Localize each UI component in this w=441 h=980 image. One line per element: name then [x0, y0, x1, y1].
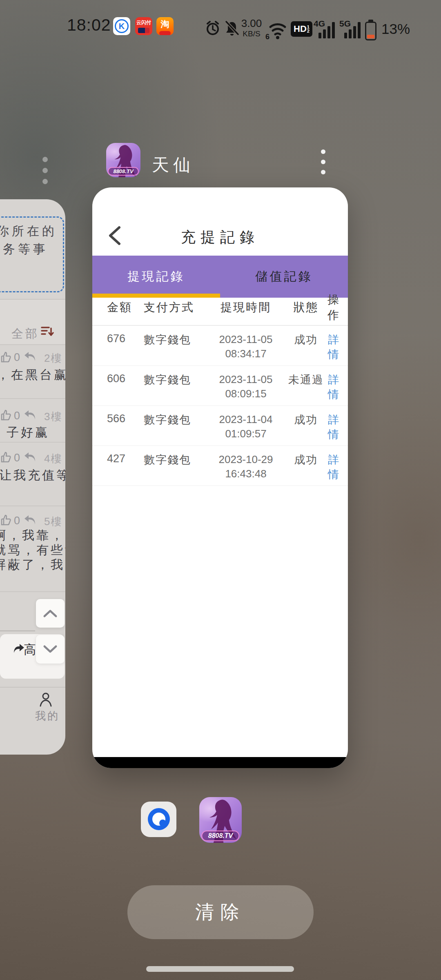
comment-text: ，在黑台赢: [0, 367, 65, 383]
nav-mine-tab[interactable]: 我的: [35, 709, 60, 723]
table-row: 566 數字錢包 2023-11-04 01:09:57 成功 詳情: [92, 406, 348, 446]
thumbs-up-icon: [0, 351, 11, 363]
taobao-notification-icon: 淘: [156, 17, 174, 35]
like-count: 0: [14, 351, 20, 364]
reply-icon[interactable]: [23, 451, 37, 463]
scroll-down-button[interactable]: [36, 635, 65, 664]
k-letter: K: [115, 19, 129, 33]
cell-status: 成功: [285, 406, 327, 445]
page-title: 充提記錄: [92, 227, 348, 247]
cell-method: 數字錢包: [144, 446, 207, 486]
unionpay-emblem: [138, 28, 149, 33]
comment-text: 让我充值等: [0, 467, 65, 484]
quark-browser-app-icon[interactable]: [141, 802, 176, 837]
cell-amount: 566: [107, 406, 144, 445]
notice-line-1: 确保你所在的: [0, 223, 57, 240]
focused-task-card[interactable]: 充提記錄 提現記錄 儲值記錄 金額 支付方式 提現時間 狀態 操作 676 數字…: [92, 187, 348, 768]
cell-time: 2023-11-04 01:09:57: [207, 406, 285, 445]
taobao-character: 淘: [156, 18, 174, 30]
sim1-signal-bars: [318, 22, 335, 38]
wifi-icon: 6: [265, 20, 287, 40]
sim1-signal: 4G: [314, 19, 335, 39]
unionpay-notification-icon: 云闪付: [135, 17, 152, 35]
recents-app-title: 天仙: [152, 154, 194, 176]
floor-label: 4樓: [44, 452, 62, 466]
left-task-card[interactable]: 确保你所在的 持服务等事 全部 0 2樓 ，在黑台赢 0: [0, 199, 65, 755]
share-label[interactable]: 高: [24, 641, 36, 658]
floor-label: 2樓: [44, 351, 62, 365]
like-count: 0: [14, 514, 20, 527]
reply-input-line: [0, 630, 35, 631]
battery-fill: [367, 35, 374, 38]
table-header-row: 金額 支付方式 提現時間 狀態 操作: [92, 290, 348, 326]
floor-label: 5樓: [44, 514, 62, 529]
cell-time: 2023-11-05 08:34:17: [207, 326, 285, 365]
cell-amount: 676: [107, 326, 144, 365]
divider: [0, 591, 65, 592]
k-app-notification-icon: K: [113, 17, 130, 35]
taobao-badge: [159, 31, 171, 35]
notice-dashed-box: 确保你所在的 持服务等事: [0, 216, 64, 292]
quark-logo: [148, 808, 170, 830]
recents-screen: 18:02 K 云闪付 淘 3.00 KB/S: [0, 0, 441, 980]
thumbs-up-icon: [0, 409, 11, 421]
reply-icon[interactable]: [23, 514, 37, 526]
cell-time: 2023-10-29 16:43:48: [207, 446, 285, 486]
sort-icon[interactable]: [41, 325, 54, 338]
divider: [0, 398, 65, 399]
left-card-menu-dots[interactable]: [42, 157, 48, 190]
col-header-method: 支付方式: [144, 300, 207, 315]
sim2-signal-bars: [344, 22, 361, 38]
divider: [0, 344, 65, 345]
hd-label: HD: [294, 24, 307, 34]
cell-status: 成功: [285, 326, 327, 365]
network-speed: 3.00 KB/S: [238, 18, 265, 38]
notifications-muted-bell-icon: [225, 20, 239, 36]
bottom-nav-divider: [0, 687, 65, 688]
card-navigation-black-bar: [92, 757, 348, 768]
thumbs-up-icon: [0, 451, 11, 463]
details-link[interactable]: 詳情: [327, 406, 340, 445]
card-overflow-menu-icon[interactable]: [321, 149, 326, 180]
tianxian-dock-app-icon[interactable]: 8808.TV: [199, 797, 242, 843]
floor-label: 3樓: [44, 410, 62, 424]
unionpay-label: 云闪付: [135, 19, 152, 26]
cell-status: 未通過: [285, 366, 327, 405]
clock-time: 18:02: [67, 16, 111, 35]
share-forward-icon[interactable]: [13, 643, 24, 654]
cell-time: 2023-11-05 08:09:15: [207, 366, 285, 405]
home-indicator[interactable]: [146, 966, 294, 972]
chevron-up-icon: [43, 609, 58, 618]
comment-text: 啊，我靠， 就骂，有些t 屏蔽了，我: [0, 528, 65, 572]
details-link[interactable]: 詳情: [327, 446, 340, 486]
alarm-icon: [205, 20, 220, 36]
comments-filter-bar: 全部: [0, 299, 65, 345]
notice-line-2: 持服务等事: [0, 241, 48, 258]
cell-amount: 606: [107, 366, 144, 405]
reply-icon[interactable]: [23, 409, 37, 421]
app-icon-badge: 8808.TV: [201, 831, 239, 841]
cell-amount: 427: [107, 446, 144, 486]
battery-icon: [365, 20, 376, 39]
table-row: 606 數字錢包 2023-11-05 08:09:15 未通過 詳情: [92, 366, 348, 406]
table-row: 676 數字錢包 2023-11-05 08:34:17 成功 詳情: [92, 326, 348, 366]
cell-method: 數字錢包: [144, 326, 207, 365]
network-speed-unit: KB/S: [238, 30, 265, 38]
details-link[interactable]: 詳情: [327, 366, 340, 405]
scroll-up-button[interactable]: [36, 599, 65, 628]
sim2-signal: 5G: [339, 19, 361, 39]
details-link[interactable]: 詳情: [327, 326, 340, 365]
battery-percent: 13%: [381, 21, 410, 37]
like-count: 0: [14, 410, 20, 422]
hd-sim-numbers: 12: [307, 25, 310, 33]
app-icon-badge: 8808.TV: [108, 167, 139, 176]
col-header-amount: 金額: [107, 300, 144, 315]
col-header-status: 狀態: [285, 300, 327, 315]
clear-all-button[interactable]: 清除: [127, 885, 314, 939]
filter-all-label[interactable]: 全部: [11, 326, 39, 342]
tianxian-app-icon[interactable]: 8808.TV: [106, 143, 140, 177]
cell-method: 數字錢包: [144, 366, 207, 405]
volte-hd-icon: HD 12: [291, 21, 312, 37]
comment-text: 子好赢: [7, 424, 49, 441]
reply-icon[interactable]: [23, 350, 37, 363]
